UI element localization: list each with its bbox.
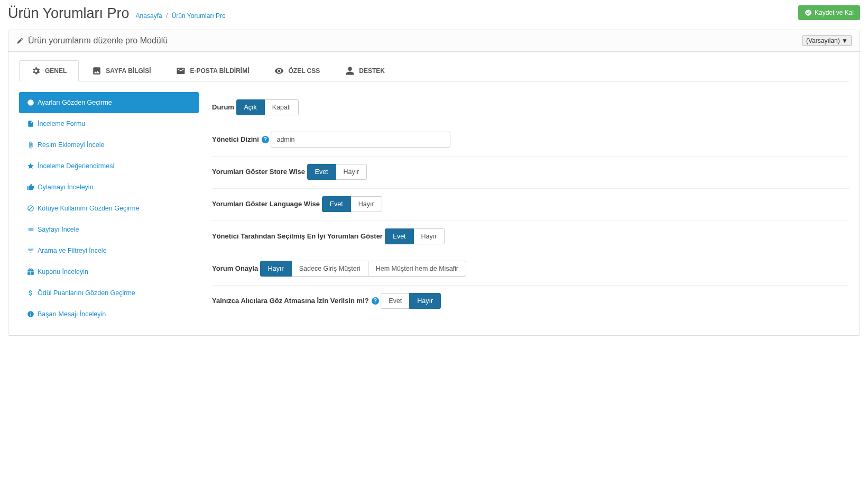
toggle-store-wise: Evet Hayır xyxy=(307,164,367,180)
tab-page-info[interactable]: SAYFA BİLGİSİ xyxy=(80,60,163,81)
label-approve: Yorum Onayla xyxy=(212,264,258,272)
sidebar-item-review-settings[interactable]: Ayarları Gözden Geçirme xyxy=(19,92,199,113)
label-status: Durum xyxy=(212,103,234,111)
user-icon xyxy=(345,66,355,76)
buyers-only-no[interactable]: Hayır xyxy=(409,293,441,309)
label-best-reviews: Yönetici Tarafından Seçilmiş En İyi Yoru… xyxy=(212,232,383,240)
toggle-buyers-only: Evet Hayır xyxy=(381,293,441,309)
panel-title: Ürün yorumlarını düzenle pro Modülü xyxy=(16,36,168,45)
toggle-status: Açık Kapalı xyxy=(236,99,299,115)
lang-wise-yes[interactable]: Evet xyxy=(322,196,351,212)
info-icon xyxy=(27,310,34,318)
thumbs-up-icon xyxy=(27,184,34,191)
page-title: Ürün Yorumları Pro xyxy=(8,5,130,22)
sidebar-item-review-form[interactable]: İnceleme Formu xyxy=(19,113,199,134)
toggle-approve: Hayır Sadece Giriş Müşteri Hem Müşteri h… xyxy=(260,261,466,277)
store-selector[interactable]: (Varsayılan) ▼ xyxy=(802,35,852,46)
label-buyers-only: Yalnızca Alıcılara Göz Atmasına İzin Ver… xyxy=(212,297,379,305)
best-reviews-yes[interactable]: Evet xyxy=(385,228,414,244)
breadcrumb-current[interactable]: Ürün Yorumları Pro xyxy=(172,12,226,20)
tab-email[interactable]: E-POSTA BİLDİRİMİ xyxy=(164,60,261,81)
store-wise-yes[interactable]: Evet xyxy=(307,164,336,180)
breadcrumb: Anasayfa / Ürün Yorumları Pro xyxy=(136,12,226,20)
approve-both[interactable]: Hem Müşteri hem de Misafir xyxy=(368,261,466,277)
buyers-only-yes[interactable]: Evet xyxy=(381,293,410,309)
status-on[interactable]: Açık xyxy=(236,99,265,115)
envelope-icon xyxy=(176,66,186,76)
settings-sidebar: Ayarları Gözden Geçirme İnceleme Formu R… xyxy=(19,92,199,325)
help-icon[interactable]: ? xyxy=(372,297,379,305)
tab-general[interactable]: GENEL xyxy=(19,60,79,81)
sidebar-item-coupon[interactable]: Kuponu İnceleyin xyxy=(19,261,199,282)
sidebar-item-page[interactable]: Sayfayı İncele xyxy=(19,219,199,240)
help-icon[interactable]: ? xyxy=(262,136,269,143)
breadcrumb-home[interactable]: Anasayfa xyxy=(136,12,162,20)
clock-icon xyxy=(27,99,34,106)
gears-icon xyxy=(31,66,41,76)
status-off[interactable]: Kapalı xyxy=(264,99,299,115)
pencil-icon xyxy=(16,37,24,44)
label-lang-wise: Yorumları Göster Language Wise xyxy=(212,200,320,208)
settings-form: Durum Açık Kapalı Yönetici Dizini ? xyxy=(212,92,849,325)
tab-support[interactable]: DESTEK xyxy=(333,60,397,81)
sidebar-item-reward[interactable]: Ödül Puanlarını Gözden Geçirme xyxy=(19,282,199,304)
eye-icon xyxy=(274,66,284,76)
list-icon xyxy=(27,226,34,233)
nav-tabs: GENEL SAYFA BİLGİSİ E-POSTA BİLDİRİMİ ÖZ… xyxy=(19,60,849,81)
sidebar-item-voting[interactable]: Oylamayı İnceleyin xyxy=(19,177,199,198)
page-header: Ürün Yorumları Pro Anasayfa / Ürün Yorum… xyxy=(8,5,860,22)
admin-dir-input[interactable] xyxy=(271,132,450,148)
label-store-wise: Yorumları Göster Store Wise xyxy=(212,168,305,176)
sidebar-item-search-filter[interactable]: Arama ve Filtreyi İncele xyxy=(19,240,199,261)
settings-panel: Ürün yorumlarını düzenle pro Modülü (Var… xyxy=(8,30,860,336)
save-and-stay-button[interactable]: Kaydet ve Kal xyxy=(798,5,860,20)
gift-icon xyxy=(27,268,34,276)
dollar-icon xyxy=(27,289,34,297)
best-reviews-no[interactable]: Hayır xyxy=(413,228,445,244)
approve-customer[interactable]: Sadece Giriş Müşteri xyxy=(291,261,368,277)
filter-icon xyxy=(27,247,34,254)
label-admin-dir: Yönetici Dizini ? xyxy=(212,135,269,143)
lang-wise-no[interactable]: Hayır xyxy=(350,196,382,212)
toggle-lang-wise: Evet Hayır xyxy=(322,196,382,212)
paperclip-icon xyxy=(27,141,34,149)
ban-icon xyxy=(27,205,34,212)
file-icon xyxy=(27,120,34,127)
approve-no[interactable]: Hayır xyxy=(260,261,292,277)
check-icon xyxy=(805,9,812,16)
sidebar-item-image-attach[interactable]: Resim Eklemeyi İncele xyxy=(19,134,199,155)
toggle-best-reviews: Evet Hayır xyxy=(385,228,445,244)
star-icon xyxy=(27,162,34,170)
sidebar-item-success-msg[interactable]: Başarı Mesajı İnceleyin xyxy=(19,304,199,325)
tab-css[interactable]: ÖZEL CSS xyxy=(262,60,332,81)
sidebar-item-abuse[interactable]: Kötüye Kullanımı Gözden Geçirme xyxy=(19,198,199,219)
sidebar-item-rating[interactable]: İnceleme Değerlendirmesi xyxy=(19,155,199,177)
store-wise-no[interactable]: Hayır xyxy=(336,164,367,180)
image-icon xyxy=(92,66,101,76)
